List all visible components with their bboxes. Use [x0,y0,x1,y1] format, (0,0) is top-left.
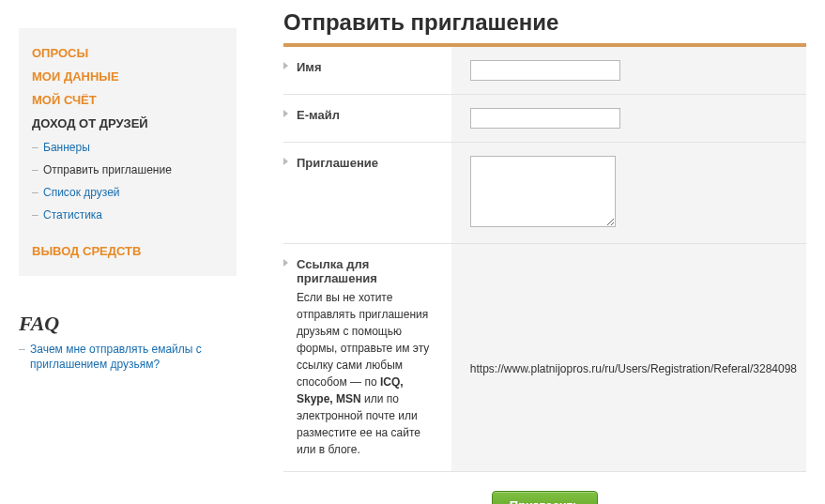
sidebar-item-surveys[interactable]: ОПРОСЫ [32,46,88,60]
faq-title: FAQ [19,312,237,336]
label-reflink-desc: Если вы не хотите отправлять приглашения… [297,289,442,458]
sidebar-item-withdraw[interactable]: ВЫВОД СРЕДСТВ [32,244,141,258]
email-input[interactable] [470,108,620,129]
sidebar-item-my-account[interactable]: МОЙ СЧЁТ [32,93,97,107]
arrow-icon [283,62,288,69]
label-reflink-heading: Ссылка для приглашения [297,257,377,285]
sidebar-sub-send-invite: Отправить приглашение [43,163,172,176]
label-name: Имя [297,60,322,74]
sidebar-item-my-data[interactable]: МОИ ДАННЫЕ [32,69,119,84]
arrow-icon [283,259,288,267]
sidebar-sub-friends-list[interactable]: Список друзей [43,186,120,199]
invitation-textarea[interactable] [470,156,616,227]
sidebar-sub-statistics[interactable]: Статистика [43,208,102,221]
label-email: Е-майл [297,108,340,122]
sidebar-item-friend-income: ДОХОД ОТ ДРУЗЕЙ [32,116,148,130]
sidebar-sub-banners[interactable]: Баннеры [43,141,90,154]
arrow-icon [283,110,288,117]
name-input[interactable] [470,60,620,81]
arrow-icon [283,158,288,165]
referral-link-text: https://www.platnijopros.ru/ru/Users/Reg… [470,257,797,375]
page-title: Отправить приглашение [283,9,806,36]
invite-button[interactable]: Пригласить [492,491,598,504]
label-invitation: Приглашение [297,156,378,170]
faq-link-why-emails[interactable]: Зачем мне отправлять емайлы с приглашени… [30,343,202,371]
